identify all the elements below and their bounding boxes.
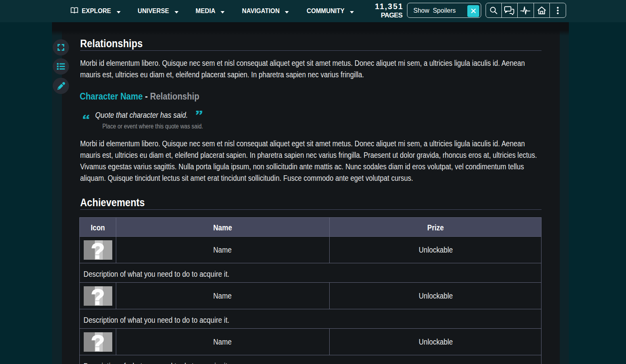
svg-text:?: ? — [91, 286, 104, 306]
svg-text:?: ? — [91, 332, 104, 352]
svg-text:?: ? — [91, 240, 104, 260]
